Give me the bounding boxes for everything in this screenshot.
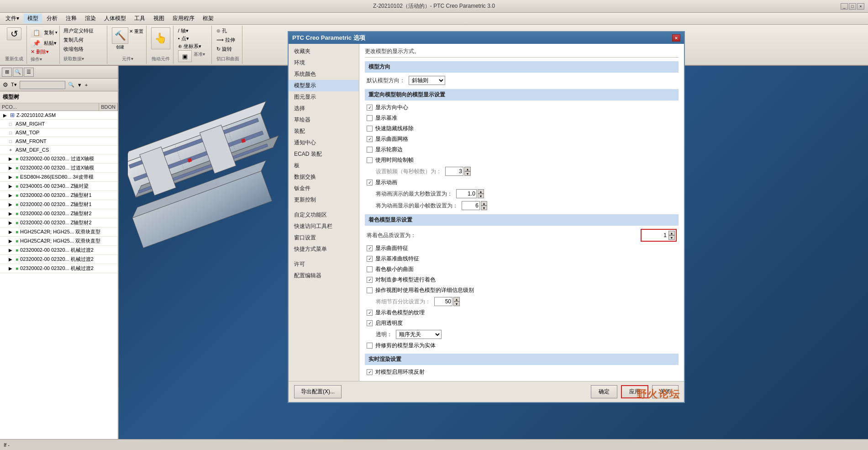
- menu-humanmodel[interactable]: 人体模型: [100, 14, 130, 23]
- tree-item-1[interactable]: ▶ ■ 02320002-00 02320... 过道X轴模: [0, 154, 118, 164]
- nav-custom-ribbon[interactable]: 自定义功能区: [289, 209, 359, 221]
- show-outline-label[interactable]: 显示轮廓边: [367, 146, 403, 154]
- show-orient-center-cb[interactable]: [367, 105, 373, 111]
- tree-icon-3[interactable]: ☰: [24, 68, 34, 77]
- tree-item-12[interactable]: ▶ ■ 02320002-00 02320... 机械过渡2: [0, 255, 118, 264]
- fps-input[interactable]: [445, 167, 463, 176]
- env-reflection-cb[interactable]: [367, 369, 373, 375]
- nav-syscolor[interactable]: 系统颜色: [289, 69, 359, 80]
- show-mesh-cb[interactable]: [367, 136, 373, 142]
- nav-notify[interactable]: 通知中心: [289, 137, 359, 148]
- anim-min-input[interactable]: [462, 201, 480, 210]
- apply-button[interactable]: 应用: [621, 385, 648, 398]
- use-time-draw-cb[interactable]: [367, 157, 373, 163]
- trim-model-solid-cb[interactable]: [367, 343, 373, 349]
- show-datum-curve-cb[interactable]: [367, 256, 373, 262]
- assemble-btn[interactable]: ✕ 重置: [129, 28, 143, 35]
- anim-max-up[interactable]: ▲: [478, 189, 484, 194]
- shade-tiny-surf-label[interactable]: 着色极小的曲面: [367, 265, 414, 273]
- paste-btn[interactable]: 📌 粘贴▾: [31, 38, 58, 48]
- nav-sheetmetal[interactable]: 钣金件: [289, 183, 359, 194]
- menu-model[interactable]: 模型: [24, 14, 42, 23]
- nav-dataexchange[interactable]: 数据交换: [289, 171, 359, 183]
- use-shade-detail-label[interactable]: 操作视图时使用着色模型的详细信息级别: [367, 286, 474, 294]
- show-mesh-label[interactable]: 显示曲面网格: [367, 135, 408, 143]
- tree-item-asm-def-cs[interactable]: ✦ ASM_DEF_CS: [0, 146, 118, 154]
- quick-hidden-cb[interactable]: [367, 126, 373, 132]
- anim-max-down[interactable]: ▼: [478, 194, 484, 198]
- menu-apps[interactable]: 应用程序: [169, 14, 198, 23]
- pull-btn[interactable]: ⟿ 拉伸: [216, 37, 235, 43]
- shade-tiny-surf-cb[interactable]: [367, 266, 373, 272]
- detail-pct-down[interactable]: ▼: [453, 302, 460, 306]
- title-bar-controls[interactable]: _ □ ×: [841, 3, 864, 10]
- cancel-button[interactable]: 关闭: [652, 385, 679, 398]
- tree-item-7[interactable]: ▶ ■ 02320002-00 02320... Z轴型材2: [0, 209, 118, 218]
- rotate-btn[interactable]: ↻ 旋转: [216, 46, 232, 53]
- env-reflection-label[interactable]: 对模型启用环境反射: [367, 368, 425, 376]
- close-button[interactable]: ×: [857, 3, 864, 10]
- fps-spin-down[interactable]: ▼: [464, 171, 471, 176]
- nav-env[interactable]: 环境: [289, 57, 359, 69]
- settings-btn[interactable]: ⚙: [3, 81, 8, 88]
- filter-btn[interactable]: T▾: [11, 82, 17, 88]
- anim-max-spinner[interactable]: ▲ ▼: [478, 189, 484, 198]
- options-dialog[interactable]: PTC Creo Parametric 选项 × 收藏夹 环境 系统颜色 模型显…: [288, 31, 685, 403]
- show-datum-cb[interactable]: [367, 115, 373, 121]
- anim-max-input[interactable]: [456, 189, 477, 198]
- funnel-icon[interactable]: ▼: [77, 82, 82, 88]
- show-outline-cb[interactable]: [367, 147, 373, 153]
- shrink-wrap-btn[interactable]: 收缩包络: [63, 46, 84, 53]
- detail-pct-up[interactable]: ▲: [453, 297, 460, 302]
- menu-analysis[interactable]: 分析: [43, 14, 61, 23]
- menu-tools[interactable]: 工具: [131, 14, 149, 23]
- shade-mfg-ref-cb[interactable]: [367, 277, 373, 283]
- maximize-button[interactable]: □: [849, 3, 856, 10]
- axis-btn[interactable]: / 轴▾: [178, 27, 201, 34]
- tree-item-3[interactable]: ▶ ■ ESD80H-286(ESD80... 3#皮带模: [0, 173, 118, 182]
- show-shade-texture-cb[interactable]: [367, 310, 373, 316]
- default-direction-select[interactable]: 斜轴则 等轴测 用户定义: [409, 76, 445, 85]
- nav-assemble[interactable]: 装配: [289, 126, 359, 137]
- tree-items[interactable]: ▶ ⊞ Z-20210102.ASM □ ASM_RIGHT □ ASM_TOP…: [0, 111, 118, 439]
- nav-shortcut-menu[interactable]: 快捷方式菜单: [289, 244, 359, 255]
- tree-item-9[interactable]: ▶ ■ HGH25CA2R; HGH25... 双滑块直型: [0, 228, 118, 237]
- show-anim-label[interactable]: 显示动画: [367, 179, 397, 186]
- fps-spinner[interactable]: ▲ ▼: [464, 167, 471, 176]
- tree-item-z-asm[interactable]: ▶ ⊞ Z-20210102.ASM: [0, 111, 118, 120]
- show-surf-feat-label[interactable]: 显示曲面特征: [367, 244, 408, 252]
- detail-pct-input[interactable]: [434, 297, 452, 306]
- shading-quality-input[interactable]: [642, 231, 668, 239]
- anim-min-up[interactable]: ▲: [481, 201, 487, 206]
- nav-select[interactable]: 选择: [289, 103, 359, 114]
- shading-quality-spinner[interactable]: ▲ ▼: [668, 231, 675, 240]
- search-icon[interactable]: 🔍: [68, 82, 74, 88]
- minimize-button[interactable]: _: [841, 3, 848, 10]
- shade-mfg-ref-label[interactable]: 对制造参考模型进行着色: [367, 276, 436, 284]
- menu-annotation[interactable]: 注释: [62, 14, 80, 23]
- menu-render[interactable]: 渲染: [81, 14, 100, 23]
- show-orient-center-label[interactable]: 显示方向中心: [367, 104, 408, 111]
- nav-board[interactable]: 板: [289, 160, 359, 171]
- enable-transparency-cb[interactable]: [367, 320, 373, 326]
- use-shade-detail-cb[interactable]: [367, 287, 373, 293]
- enable-transparency-label[interactable]: 启用透明度: [367, 319, 403, 327]
- tree-item-10[interactable]: ▶ ■ HGH25CA2R; HGH25... 双滑块直型: [0, 237, 118, 246]
- tree-item-8[interactable]: ▶ ■ 02320002-00 02320... Z轴型材2: [0, 218, 118, 228]
- tree-icon-2[interactable]: 🔍: [13, 68, 23, 77]
- hole-btn[interactable]: ⊙ 孔: [216, 27, 227, 34]
- tree-item-2[interactable]: ▶ ■ 02320002-00 02320... 过道X轴模: [0, 164, 118, 173]
- tree-item-asm-right[interactable]: □ ASM_RIGHT: [0, 120, 118, 128]
- rebuild-btn[interactable]: ↺: [7, 27, 21, 40]
- nav-window-settings[interactable]: 窗口设置: [289, 232, 359, 244]
- copy-geometry-btn[interactable]: 复制几何: [63, 37, 84, 43]
- nav-ecad[interactable]: ECAD 装配: [289, 148, 359, 160]
- create-btn[interactable]: 🔨: [112, 27, 128, 44]
- tree-item-13[interactable]: ▶ ■ 02320002-00 02320... 机械过渡2: [0, 264, 118, 273]
- add-icon[interactable]: +: [85, 82, 88, 88]
- nav-updatectrl[interactable]: 更新控制: [289, 194, 359, 206]
- nav-model-display[interactable]: 模型显示: [289, 80, 359, 91]
- tree-icon-1[interactable]: ⊞: [2, 68, 12, 77]
- show-datum-curve-label[interactable]: 显示基准曲线特征: [367, 255, 419, 263]
- shading-quality-up[interactable]: ▲: [668, 231, 675, 235]
